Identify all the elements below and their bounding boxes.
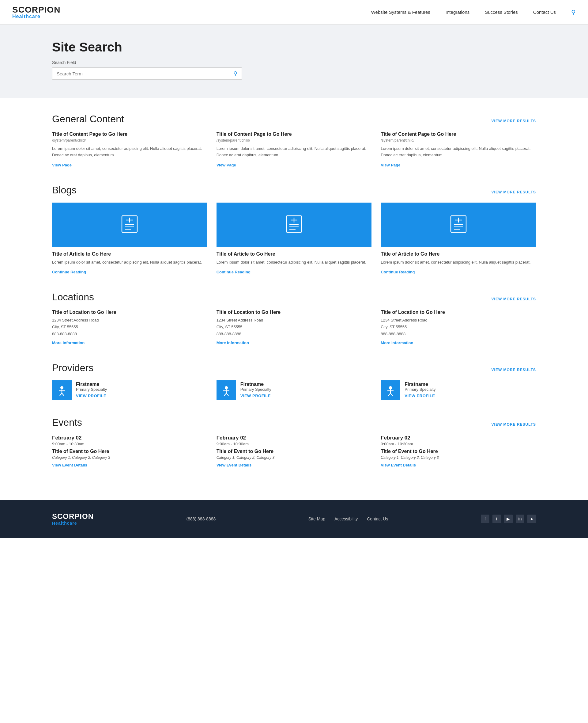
nav-item-integrations[interactable]: Integrations — [446, 9, 469, 15]
nav-item-contact-us[interactable]: Contact Us — [533, 9, 556, 15]
loc-addr-line2-2: City, ST 55555 — [216, 325, 243, 329]
gc-card-link-3[interactable]: View Page — [381, 163, 400, 167]
location-card-2: Title of Location to Go Here 1234 Street… — [216, 309, 372, 345]
linkedin-icon[interactable]: in — [516, 515, 524, 523]
blog-card-1: Title of Article to Go Here Lorem ipsum … — [52, 203, 207, 275]
blog-icon-3 — [448, 213, 469, 236]
nav-item-success-stories[interactable]: Success Stories — [485, 9, 518, 15]
loc-link-1[interactable]: More Information — [52, 341, 85, 345]
blog-card-title-3: Title of Article to Go Here — [381, 251, 536, 257]
loc-addr-line1-1: 1234 Street Address Road — [52, 318, 99, 322]
general-content-card-2: Title of Content Page to Go Here /system… — [216, 132, 372, 168]
providers-title: Providers — [52, 362, 93, 374]
instagram-icon[interactable]: ● — [527, 515, 536, 523]
loc-link-2[interactable]: More Information — [216, 341, 249, 345]
providers-grid: Firstname Primary Specialty VIEW PROFILE — [52, 380, 536, 400]
location-card-3: Title of Location to Go Here 1234 Street… — [381, 309, 536, 345]
event-title-2: Title of Event to Go Here — [216, 449, 372, 454]
loc-addr-line2-3: City, ST 55555 — [381, 325, 407, 329]
locations-view-more[interactable]: VIEW MORE RESULTS — [491, 297, 536, 301]
section-header-general: General Content VIEW MORE RESULTS — [52, 114, 536, 125]
event-link-1[interactable]: View Event Details — [52, 463, 87, 467]
section-header-providers: Providers VIEW MORE RESULTS — [52, 362, 536, 374]
event-card-2: February 02 9:00am - 10:30am Title of Ev… — [216, 435, 372, 468]
providers-section: Providers VIEW MORE RESULTS Firstname Pr… — [52, 362, 536, 400]
event-link-2[interactable]: View Event Details — [216, 463, 252, 467]
blogs-section: Blogs VIEW MORE RESULTS — [52, 184, 536, 275]
general-content-card-3: Title of Content Page to Go Here /system… — [381, 132, 536, 168]
gc-card-link-1[interactable]: View Page — [52, 163, 72, 167]
events-grid: February 02 9:00am - 10:30am Title of Ev… — [52, 435, 536, 468]
twitter-icon[interactable]: t — [492, 515, 501, 523]
blog-card-link-1[interactable]: Continue Reading — [52, 270, 86, 274]
events-section: Events VIEW MORE RESULTS February 02 9:0… — [52, 417, 536, 468]
event-title-3: Title of Event to Go Here — [381, 449, 536, 454]
event-link-3[interactable]: View Event Details — [381, 463, 416, 467]
header-search-icon[interactable]: ⚲ — [571, 8, 576, 16]
provider-name-2: Firstname — [240, 382, 271, 387]
location-card-1: Title of Location to Go Here 1234 Street… — [52, 309, 207, 345]
loc-addr-line2-1: City, ST 55555 — [52, 325, 78, 329]
events-title: Events — [52, 417, 82, 428]
event-categories-3: Category 1, Category 2, Category 3 — [381, 456, 536, 460]
blogs-grid: Title of Article to Go Here Lorem ipsum … — [52, 203, 536, 275]
search-input[interactable] — [57, 71, 233, 76]
event-date-3: February 02 — [381, 435, 536, 441]
youtube-icon[interactable]: ▶ — [504, 515, 513, 523]
blog-card-link-2[interactable]: Continue Reading — [216, 270, 251, 274]
svg-line-21 — [60, 393, 62, 396]
footer-link-contact[interactable]: Contact Us — [367, 517, 388, 521]
provider-name-3: Firstname — [404, 382, 436, 387]
event-title-1: Title of Event to Go Here — [52, 449, 207, 454]
provider-card-1: Firstname Primary Specialty VIEW PROFILE — [52, 380, 207, 400]
search-submit-icon[interactable]: ⚲ — [233, 70, 237, 77]
provider-card-3: Firstname Primary Specialty VIEW PROFILE — [381, 380, 536, 400]
footer: SCORPION Healthcare (888) 888-8888 Site … — [0, 500, 588, 538]
loc-addr-line1-2: 1234 Street Address Road — [216, 318, 264, 322]
main-content: General Content VIEW MORE RESULTS Title … — [0, 98, 588, 500]
general-content-grid: Title of Content Page to Go Here /system… — [52, 132, 536, 168]
gc-card-link-2[interactable]: View Page — [216, 163, 236, 167]
loc-address-1: 1234 Street Address Road City, ST 55555 … — [52, 317, 207, 337]
svg-line-22 — [62, 393, 64, 396]
blog-card-2: Title of Article to Go Here Lorem ipsum … — [216, 203, 372, 275]
footer-link-sitemap[interactable]: Site Map — [308, 517, 325, 521]
facebook-icon[interactable]: f — [481, 515, 489, 523]
gc-card-path-1: /system/parent/child/ — [52, 138, 207, 142]
section-header-blogs: Blogs VIEW MORE RESULTS — [52, 184, 536, 196]
general-content-view-more[interactable]: VIEW MORE RESULTS — [491, 119, 536, 123]
blogs-view-more[interactable]: VIEW MORE RESULTS — [491, 190, 536, 194]
gc-card-body-3: Lorem ipsum dolor sit amet, consectetur … — [381, 145, 536, 158]
provider-card-2: Firstname Primary Specialty VIEW PROFILE — [216, 380, 372, 400]
loc-title-1: Title of Location to Go Here — [52, 309, 207, 315]
provider-link-3[interactable]: VIEW PROFILE — [404, 394, 435, 398]
svg-line-26 — [224, 393, 226, 396]
footer-link-accessibility[interactable]: Accessibility — [334, 517, 358, 521]
gc-card-body-2: Lorem ipsum dolor sit amet, consectetur … — [216, 145, 372, 158]
event-date-1: February 02 — [52, 435, 207, 441]
blog-card-title-2: Title of Article to Go Here — [216, 251, 372, 257]
footer-logo: SCORPION Healthcare — [52, 512, 94, 526]
loc-link-3[interactable]: More Information — [381, 341, 413, 345]
footer-phone: (888) 888-8888 — [187, 517, 216, 521]
provider-specialty-2: Primary Specialty — [240, 387, 271, 392]
svg-line-27 — [226, 393, 229, 396]
events-view-more[interactable]: VIEW MORE RESULTS — [491, 422, 536, 427]
logo: SCORPION Healthcare — [12, 5, 60, 19]
provider-link-2[interactable]: VIEW PROFILE — [240, 394, 271, 398]
loc-title-2: Title of Location to Go Here — [216, 309, 372, 315]
provider-specialty-3: Primary Specialty — [404, 387, 436, 392]
gc-card-path-2: /system/parent/child/ — [216, 138, 372, 142]
general-content-title: General Content — [52, 114, 124, 125]
blog-card-body-3: Lorem ipsum dolor sit amet, consectetur … — [381, 259, 536, 266]
provider-link-1[interactable]: VIEW PROFILE — [76, 394, 106, 398]
blog-img-2 — [216, 203, 372, 247]
gc-card-path-3: /system/parent/child/ — [381, 138, 536, 142]
event-time-1: 9:00am - 10:30am — [52, 442, 207, 446]
providers-view-more[interactable]: VIEW MORE RESULTS — [491, 368, 536, 372]
nav-item-website-systems[interactable]: Website Systems & Features — [371, 9, 430, 15]
blog-card-link-3[interactable]: Continue Reading — [381, 270, 415, 274]
event-time-2: 9:00am - 10:30am — [216, 442, 372, 446]
loc-addr-line1-3: 1234 Street Address Road — [381, 318, 427, 322]
search-field: ⚲ — [52, 67, 242, 80]
